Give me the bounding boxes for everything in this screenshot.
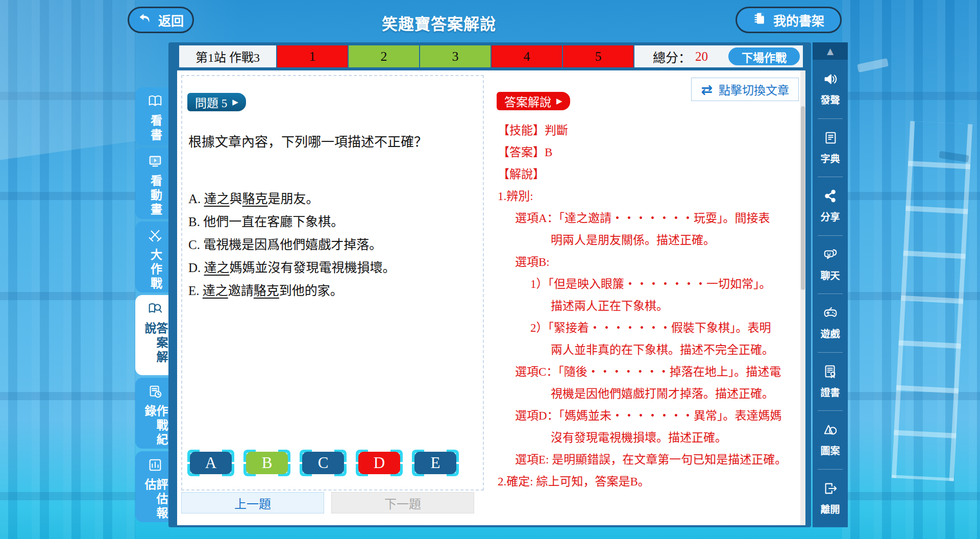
explanation-line: 視機是因他們嬉戲打鬧才掉落。描述正確。: [551, 383, 800, 405]
sidebar-item-game[interactable]: 遊戲: [813, 293, 848, 352]
sidebar-item-label: 離開: [820, 502, 840, 516]
sidebar-item-label: 證書: [820, 385, 840, 399]
question-panel: 問題 5 ▶ 根據文章內容，下列哪一項描述不正確？ A. 達之與駱克是朋友。B.…: [181, 75, 484, 491]
answer-explanation-tag-label: 答案解說: [504, 92, 551, 110]
shapes-icon: [823, 422, 838, 439]
option-C: C. 電視機是因爲他們嬉戲才掉落。: [188, 233, 396, 256]
tab-label: 看書: [150, 114, 161, 143]
question-cell-4[interactable]: 4: [491, 45, 562, 67]
switch-article-button[interactable]: ⇄ 點擊切換文章: [691, 78, 799, 101]
sidebar-item-certificate[interactable]: 證書: [813, 352, 848, 411]
option-A: A. 達之與駱克是朋友。: [188, 187, 396, 210]
answer-button-face-D[interactable]: D: [358, 452, 400, 474]
tab-label: 大作戰: [150, 249, 161, 291]
explanation-line: 【答案】B: [498, 141, 800, 163]
sidebar-item-voice[interactable]: 發聲: [813, 60, 848, 118]
certificate-icon: [823, 364, 838, 381]
switch-article-label: 點擊切換文章: [719, 81, 789, 98]
sidebar-item-label: 圖案: [820, 443, 840, 457]
video-icon: [148, 154, 163, 171]
sidebar-item-dictionary[interactable]: 字典: [813, 118, 848, 177]
content-area: 問題 5 ▶ 根據文章內容，下列哪一項描述不正確？ A. 達之與駱克是朋友。B.…: [177, 70, 805, 525]
explanation-line: 選項B:: [515, 251, 800, 273]
book-open-icon: [148, 93, 163, 111]
record-icon: [148, 384, 163, 401]
answer-button-E[interactable]: E: [412, 450, 459, 476]
answer-button-A[interactable]: A: [187, 450, 234, 476]
question-tag[interactable]: 問題 5 ▶: [187, 93, 246, 111]
explanation-line: 兩人並非真的在下象棋。描述不完全正確。: [551, 339, 800, 361]
scrollbar-thumb[interactable]: [801, 106, 805, 290]
option-E: E. 達之邀請駱克到他的家。: [188, 279, 396, 302]
explanation-line: 2）「緊接着・・・・・・・假裝下象棋」。表明: [530, 317, 800, 339]
scroll-up-button[interactable]: ▲: [813, 42, 848, 60]
chat-icon: [823, 247, 838, 264]
answer-button-face-E[interactable]: E: [414, 452, 456, 474]
notebook-icon: [753, 11, 767, 29]
sidebar-items: 發聲字典分享聊天遊戲證書圖案離開: [813, 60, 848, 527]
gamepad-icon: [823, 305, 838, 323]
explanation-panel: ⇄ 點擊切換文章 答案解說 ▶ 【技能】判斷【答案】B【解說】1.辨別:選項A：…: [495, 70, 800, 525]
scrollbar[interactable]: [800, 70, 805, 525]
speaker-icon: [823, 71, 838, 89]
swap-arrows-icon: ⇄: [701, 82, 713, 97]
play-triangle-icon: ▶: [232, 97, 238, 107]
explanation-line: 1.辨別:: [498, 185, 800, 207]
explanation-line: 選項A：「達之邀請・・・・・・・玩耍」。間接表: [515, 207, 800, 229]
question-number-cells: 12345: [276, 45, 633, 67]
answer-button-face-B[interactable]: B: [246, 452, 288, 474]
back-button-label: 返回: [158, 11, 184, 29]
explanation-line: 沒有發現電視機損壞。描述正確。: [551, 427, 800, 449]
share-icon: [823, 188, 838, 206]
answer-button-face-A[interactable]: A: [190, 452, 232, 474]
answer-button-B[interactable]: B: [243, 450, 290, 476]
sidebar-item-share[interactable]: 分享: [813, 177, 848, 235]
sidebar-item-label: 遊戲: [820, 326, 840, 340]
my-bookshelf-label: 我的書架: [773, 11, 824, 29]
page-title: 笑趣寶答案解說: [382, 11, 496, 34]
play-triangle-icon: ▶: [556, 96, 562, 106]
next-question-button[interactable]: 下一題: [331, 492, 474, 513]
explanation-text: 【技能】判斷【答案】B【解說】1.辨別:選項A：「達之邀請・・・・・・・玩耍」。…: [498, 119, 800, 493]
explanation-line: 2.確定: 綜上可知，答案是B。: [498, 471, 800, 493]
answer-buttons-row: ABCDE: [187, 450, 459, 476]
question-cell-1[interactable]: 1: [276, 45, 348, 67]
station-label: 第1站 作戰3: [179, 45, 276, 67]
main-frame: 第1站 作戰3 12345 總分： 20 下場作戰 問題 5 ▶ 根據文章內容，…: [168, 42, 811, 527]
right-sidebar: ▲ 發聲字典分享聊天遊戲證書圖案離開: [813, 42, 848, 527]
sidebar-item-label: 分享: [820, 209, 840, 223]
question-tag-label: 問題 5: [195, 93, 227, 111]
answer-button-D[interactable]: D: [356, 450, 403, 476]
question-text: 根據文章內容，下列哪一項描述不正確？: [188, 131, 477, 150]
sidebar-item-chat[interactable]: 聊天: [813, 235, 848, 294]
tab-label: 評估報估: [143, 478, 167, 522]
explanation-line: 選項E: 是明顯錯誤，在文章第一句已知是描述正確。: [515, 449, 800, 471]
answer-explanation-tag[interactable]: 答案解說 ▶: [497, 92, 570, 110]
sidebar-item-exit[interactable]: 離開: [813, 469, 848, 528]
back-button[interactable]: 返回: [128, 7, 194, 33]
option-B: B. 他們一直在客廳下象棋。: [188, 210, 396, 233]
station-bar: 第1站 作戰3 12345 總分： 20 下場作戰: [179, 45, 803, 67]
my-bookshelf-button[interactable]: 我的書架: [736, 7, 842, 33]
explanation-line: 1）「但是映入眼簾・・・・・・・一切如常」。: [530, 273, 800, 295]
option-D: D. 達之媽媽並沒有發現電視機損壞。: [188, 256, 396, 279]
total-score-value: 20: [695, 50, 708, 64]
sidebar-item-label: 字典: [820, 151, 840, 165]
answer-button-C[interactable]: C: [300, 450, 347, 476]
explanation-line: 選項D：「媽媽並未・・・・・・・異常」。表達媽媽: [515, 405, 800, 427]
tab-label: 答案解說: [143, 322, 167, 375]
tab-label: 作戰紀錄: [143, 405, 167, 449]
tab-label: 看動畫: [150, 175, 161, 217]
explanation-line: 選項C：「隨後・・・・・・・掉落在地上」。描述電: [515, 361, 800, 383]
question-cell-2[interactable]: 2: [348, 45, 419, 67]
question-cell-5[interactable]: 5: [562, 45, 633, 67]
explanation-line: 【技能】判斷: [498, 119, 800, 141]
back-arrow-icon: [138, 11, 152, 29]
explanation-line: 描述兩人正在下象棋。: [551, 295, 800, 317]
sidebar-item-pattern[interactable]: 圖案: [813, 410, 848, 469]
question-cell-3[interactable]: 3: [419, 45, 491, 67]
scroll-up-icon: ▲: [827, 46, 834, 56]
next-battle-button[interactable]: 下場作戰: [728, 47, 800, 65]
prev-question-button[interactable]: 上一題: [181, 492, 324, 513]
answer-button-face-C[interactable]: C: [302, 452, 344, 474]
